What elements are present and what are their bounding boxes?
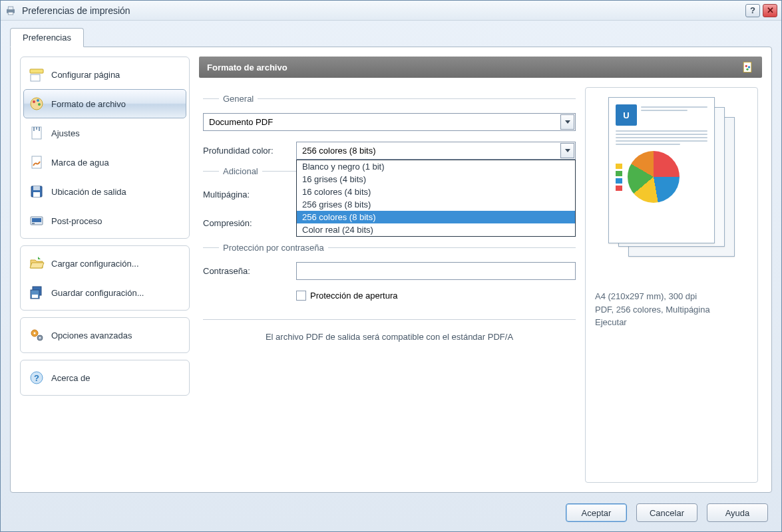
compression-label: Compresión:: [203, 218, 296, 228]
svg-rect-12: [33, 186, 40, 190]
sidebar-group-about: ? Acerca de: [20, 360, 190, 396]
preview-text: A4 (210x297 mm), 300 dpi PDF, 256 colore…: [595, 290, 748, 329]
svg-rect-4: [31, 74, 40, 81]
svg-point-21: [34, 332, 36, 334]
svg-point-27: [745, 65, 747, 67]
svg-rect-16: [32, 223, 35, 224]
sidebar: Configurar página Formato de archivo Aju…: [20, 57, 190, 483]
content: Configurar página Formato de archivo Aju…: [10, 47, 772, 493]
doctype-value: Documento PDF: [209, 117, 273, 127]
sidebar-group-advanced: Opciones avanzadas: [20, 317, 190, 353]
sidebar-item-label: Opciones avanzadas: [51, 331, 132, 340]
preview-document-icon: U: [608, 97, 735, 263]
svg-rect-2: [8, 12, 13, 15]
svg-point-28: [748, 66, 750, 68]
svg-rect-1: [8, 7, 13, 10]
color-depth-dropdown: Blanco y negro (1 bit) 16 grises (4 bits…: [296, 160, 576, 237]
sidebar-item-output-location[interactable]: Ubicación de salida: [23, 177, 186, 206]
doctype-select[interactable]: Documento PDF: [203, 113, 576, 131]
cancel-button[interactable]: Cancelar: [636, 503, 697, 522]
password-input[interactable]: [296, 262, 576, 280]
sidebar-item-post-process[interactable]: Post-proceso: [23, 206, 186, 235]
pie-chart-icon: [628, 151, 680, 203]
svg-point-23: [39, 337, 41, 338]
multipage-label: Multipágina:: [203, 190, 296, 200]
fieldset-label: Adicional: [219, 166, 262, 176]
depth-label: Profundidad color:: [203, 146, 296, 156]
tab-preferences[interactable]: Preferencias: [10, 28, 84, 47]
help-button[interactable]: ?: [745, 4, 760, 17]
close-button[interactable]: ✕: [763, 4, 777, 17]
sidebar-item-label: Acerca de: [51, 373, 91, 383]
sidebar-item-save-config[interactable]: Guardar configuración...: [23, 278, 186, 307]
panel-title: Formato de archivo: [207, 63, 288, 72]
open-protection-checkbox[interactable]: [296, 291, 306, 301]
svg-rect-15: [32, 218, 41, 222]
footnote: El archivo PDF de salida será compatible…: [203, 319, 576, 342]
sidebar-item-label: Ajustes: [51, 128, 80, 138]
sidebar-item-watermark[interactable]: Marca de agua: [23, 148, 186, 177]
svg-text:?: ?: [34, 373, 39, 383]
accept-button[interactable]: Aceptar: [566, 503, 627, 522]
window-title: Preferencias de impresión: [22, 5, 743, 16]
palette-icon: [29, 96, 45, 112]
svg-point-5: [31, 98, 43, 110]
sidebar-item-label: Marca de agua: [51, 158, 109, 168]
fieldset-general: General: [203, 94, 576, 104]
preview-line: A4 (210x297 mm), 300 dpi: [595, 290, 748, 303]
depth-option[interactable]: 256 colores (8 bits): [297, 211, 575, 223]
svg-rect-3: [30, 69, 43, 73]
sidebar-item-page-setup[interactable]: Configurar página: [23, 60, 186, 89]
gears-icon: [29, 327, 45, 343]
folder-open-icon: [29, 255, 45, 271]
ruler-icon: [29, 66, 45, 82]
main-panel: Formato de archivo General Documento PDF: [199, 57, 762, 483]
svg-rect-13: [33, 192, 40, 197]
panel-body: General Documento PDF Profundidad color:…: [199, 78, 762, 483]
preview-line: PDF, 256 colores, Multipágina: [595, 303, 748, 317]
tabstrip: Preferencias: [1, 21, 781, 47]
depth-option[interactable]: 256 grises (8 bits): [297, 198, 575, 211]
palette-icon: [741, 61, 754, 74]
sidebar-item-label: Configurar página: [51, 70, 120, 80]
preview-line: Ejecutar: [595, 316, 748, 329]
sidebar-item-label: Post-proceso: [51, 216, 102, 226]
watermark-icon: [29, 154, 45, 170]
sidebar-item-label: Guardar configuración...: [51, 288, 144, 298]
depth-option[interactable]: Blanco y negro (1 bit): [297, 160, 575, 173]
row-password: Contraseña:: [203, 262, 576, 280]
preview-area: U: [585, 87, 758, 483]
disks-icon: [29, 285, 45, 301]
sidebar-item-advanced[interactable]: Opciones avanzadas: [23, 321, 186, 350]
sidebar-item-adjustments[interactable]: Ajustes: [23, 118, 186, 148]
form-area: General Documento PDF Profundidad color:…: [203, 87, 576, 483]
sidebar-item-file-format[interactable]: Formato de archivo: [23, 89, 186, 118]
row-open-protection: Protección de apertura: [203, 291, 576, 301]
help-icon: ?: [29, 370, 45, 386]
depth-option[interactable]: Color real (24 bits): [297, 223, 575, 236]
fieldset-label: Protección por contraseña: [219, 243, 328, 253]
sidebar-item-load-config[interactable]: Cargar configuración...: [23, 249, 186, 278]
depth-value: 256 colores (8 bits): [302, 146, 376, 156]
depth-option[interactable]: 16 grises (4 bits): [297, 173, 575, 186]
sidebar-item-about[interactable]: ? Acerca de: [23, 363, 186, 392]
sidebar-group-main: Configurar página Formato de archivo Aju…: [20, 57, 190, 239]
titlebar[interactable]: Preferencias de impresión ? ✕: [1, 1, 781, 21]
dialog-buttons: Aceptar Cancelar Ayuda: [1, 498, 781, 531]
svg-point-29: [746, 68, 748, 70]
help-button[interactable]: Ayuda: [707, 503, 768, 522]
preferences-window: Preferencias de impresión ? ✕ Preferenci…: [0, 0, 782, 532]
svg-rect-19: [32, 295, 38, 298]
password-label: Contraseña:: [203, 266, 296, 276]
sidebar-group-config: Cargar configuración... Guardar configur…: [20, 245, 190, 311]
fieldset-password: Protección por contraseña: [203, 243, 576, 253]
svg-point-7: [37, 99, 39, 102]
save-icon: [29, 184, 45, 200]
fieldset-label: General: [219, 94, 258, 104]
svg-point-8: [38, 103, 41, 106]
color-depth-select[interactable]: 256 colores (8 bits): [296, 142, 576, 160]
depth-option[interactable]: 16 colores (4 bits): [297, 186, 575, 198]
dropdown-arrow-icon: [560, 114, 574, 130]
open-protection-label: Protección de apertura: [310, 291, 398, 301]
sidebar-item-label: Ubicación de salida: [51, 187, 126, 197]
